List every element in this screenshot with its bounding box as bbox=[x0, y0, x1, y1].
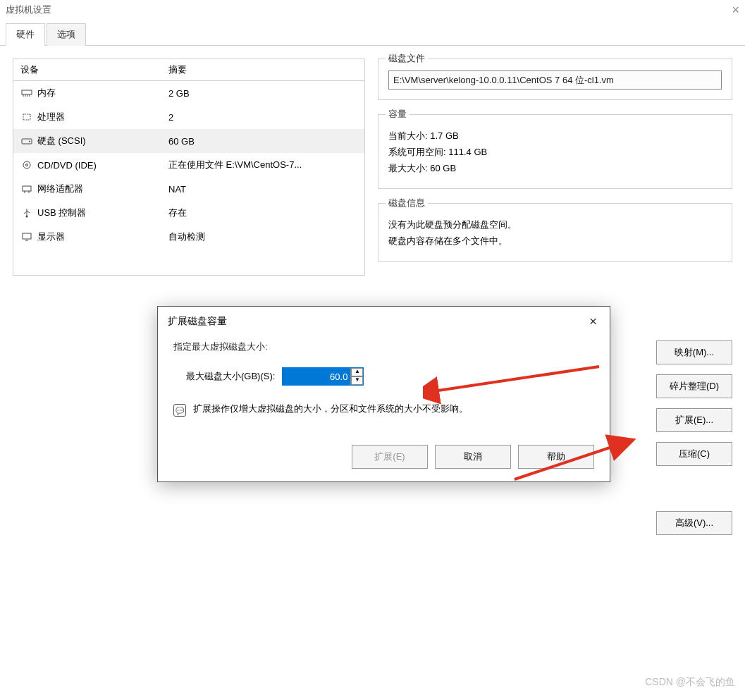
disk-file-legend: 磁盘文件 bbox=[386, 52, 428, 65]
dialog-title: 扩展磁盘容量 bbox=[168, 315, 227, 328]
svg-point-9 bbox=[26, 164, 28, 166]
table-row[interactable]: 显示器 自动检测 bbox=[13, 225, 364, 249]
device-summary: 2 bbox=[161, 108, 364, 127]
disk-file-input[interactable] bbox=[388, 70, 722, 90]
window-title: 虚拟机设置 bbox=[6, 4, 51, 16]
expand-button[interactable]: 扩展(E)... bbox=[656, 408, 732, 432]
titlebar: 虚拟机设置 × bbox=[0, 0, 745, 20]
svg-rect-17 bbox=[23, 233, 31, 239]
content: 设备 摘要 内存 2 GB 处理器 2 硬盘 (SCSI) 60 GB CD/D… bbox=[0, 46, 745, 288]
disk-info-legend: 磁盘信息 bbox=[386, 197, 428, 209]
svg-line-16 bbox=[27, 211, 30, 213]
close-icon[interactable]: × bbox=[586, 314, 600, 329]
advanced-button[interactable]: 高级(V)... bbox=[656, 511, 732, 535]
spinner-buttons: ▲ ▼ bbox=[350, 368, 363, 385]
size-spinner: ▲ ▼ bbox=[282, 367, 364, 386]
expand-confirm-button[interactable]: 扩展(E) bbox=[352, 445, 428, 469]
usb-icon bbox=[20, 208, 33, 218]
table-row[interactable]: 硬盘 (SCSI) 60 GB bbox=[13, 129, 364, 153]
device-summary: NAT bbox=[161, 180, 364, 199]
dialog-buttons: 扩展(E) 取消 帮助 bbox=[173, 445, 594, 469]
svg-point-14 bbox=[26, 216, 28, 218]
device-name: 网络适配器 bbox=[37, 183, 83, 195]
device-summary: 存在 bbox=[161, 202, 364, 223]
table-row[interactable]: 内存 2 GB bbox=[13, 81, 364, 105]
device-summary: 自动检测 bbox=[161, 226, 364, 247]
device-list-header: 设备 摘要 bbox=[13, 59, 364, 81]
col-device: 设备 bbox=[13, 59, 161, 80]
compact-button[interactable]: 压缩(C) bbox=[656, 442, 732, 466]
info-icon: 💬 bbox=[173, 404, 186, 417]
display-icon bbox=[20, 232, 33, 242]
svg-rect-0 bbox=[22, 90, 32, 94]
device-summary: 正在使用文件 E:\VM\CentOS-7... bbox=[161, 154, 364, 176]
right-panel: 磁盘文件 容量 当前大小: 1.7 GB 系统可用空间: 111.4 GB 最大… bbox=[378, 59, 732, 276]
table-row[interactable]: 处理器 2 bbox=[13, 105, 364, 129]
svg-point-8 bbox=[23, 161, 30, 168]
watermark: CSDN @不会飞的鱼 bbox=[645, 676, 735, 689]
col-summary: 摘要 bbox=[161, 59, 364, 80]
specify-label: 指定最大虚拟磁盘大小: bbox=[173, 340, 594, 353]
svg-line-15 bbox=[24, 211, 27, 214]
device-name: 内存 bbox=[37, 87, 56, 99]
net-icon bbox=[20, 184, 33, 194]
cd-icon bbox=[20, 160, 33, 170]
note-row: 💬 扩展操作仅增大虚拟磁盘的大小，分区和文件系统的大小不受影响。 bbox=[173, 403, 594, 417]
dialog-body: 指定最大虚拟磁盘大小: 最大磁盘大小(GB)(S): ▲ ▼ 💬 扩展操作仅增大… bbox=[158, 336, 610, 481]
capacity-group: 容量 当前大小: 1.7 GB 系统可用空间: 111.4 GB 最大大小: 6… bbox=[378, 114, 732, 189]
disk-file-group: 磁盘文件 bbox=[378, 59, 732, 100]
svg-rect-5 bbox=[23, 114, 30, 120]
device-list: 设备 摘要 内存 2 GB 处理器 2 硬盘 (SCSI) 60 GB CD/D… bbox=[13, 59, 365, 276]
tab-options[interactable]: 选项 bbox=[47, 23, 86, 46]
spin-up-icon[interactable]: ▲ bbox=[351, 368, 363, 376]
table-row[interactable]: 网络适配器 NAT bbox=[13, 177, 364, 201]
memory-icon bbox=[20, 88, 33, 98]
svg-point-7 bbox=[29, 141, 30, 142]
map-button[interactable]: 映射(M)... bbox=[656, 340, 732, 364]
spin-down-icon[interactable]: ▼ bbox=[351, 376, 363, 385]
device-summary: 60 GB bbox=[161, 132, 364, 151]
device-name: 硬盘 (SCSI) bbox=[37, 135, 86, 147]
close-icon[interactable]: × bbox=[732, 3, 739, 18]
device-name: CD/DVD (IDE) bbox=[37, 160, 97, 171]
cancel-button[interactable]: 取消 bbox=[435, 445, 511, 469]
help-button[interactable]: 帮助 bbox=[518, 445, 594, 469]
capacity-legend: 容量 bbox=[386, 108, 410, 121]
device-name: USB 控制器 bbox=[37, 207, 86, 219]
disk-info-group: 磁盘信息 没有为此硬盘预分配磁盘空间。 硬盘内容存储在多个文件中。 bbox=[378, 203, 732, 262]
table-row[interactable]: CD/DVD (IDE) 正在使用文件 E:\VM\CentOS-7... bbox=[13, 153, 364, 177]
disk-info-line2: 硬盘内容存储在多个文件中。 bbox=[388, 235, 722, 247]
disk-icon bbox=[20, 136, 33, 146]
size-input[interactable] bbox=[283, 368, 350, 385]
svg-rect-10 bbox=[23, 186, 31, 191]
capacity-current: 当前大小: 1.7 GB bbox=[388, 130, 722, 142]
size-label: 最大磁盘大小(GB)(S): bbox=[186, 370, 275, 383]
disk-info-line1: 没有为此硬盘预分配磁盘空间。 bbox=[388, 219, 722, 231]
device-name: 显示器 bbox=[37, 231, 65, 243]
size-row: 最大磁盘大小(GB)(S): ▲ ▼ bbox=[186, 367, 594, 386]
tabs: 硬件 选项 bbox=[0, 20, 745, 46]
device-summary: 2 GB bbox=[161, 84, 364, 103]
note-text: 扩展操作仅增大虚拟磁盘的大小，分区和文件系统的大小不受影响。 bbox=[193, 403, 468, 415]
tab-hardware[interactable]: 硬件 bbox=[6, 23, 45, 46]
device-rows: 内存 2 GB 处理器 2 硬盘 (SCSI) 60 GB CD/DVD (ID… bbox=[13, 81, 364, 249]
defrag-button[interactable]: 碎片整理(D) bbox=[656, 374, 732, 398]
device-name: 处理器 bbox=[37, 111, 65, 123]
capacity-free: 系统可用空间: 111.4 GB bbox=[388, 146, 722, 159]
capacity-max: 最大大小: 60 GB bbox=[388, 162, 722, 175]
expand-disk-dialog: 扩展磁盘容量 × 指定最大虚拟磁盘大小: 最大磁盘大小(GB)(S): ▲ ▼ … bbox=[157, 306, 610, 482]
dialog-titlebar: 扩展磁盘容量 × bbox=[158, 307, 610, 336]
utilities-buttons: 映射(M)... 碎片整理(D) 扩展(E)... 压缩(C) 高级(V)... bbox=[656, 340, 732, 535]
cpu-icon bbox=[20, 112, 33, 122]
table-row[interactable]: USB 控制器 存在 bbox=[13, 201, 364, 225]
